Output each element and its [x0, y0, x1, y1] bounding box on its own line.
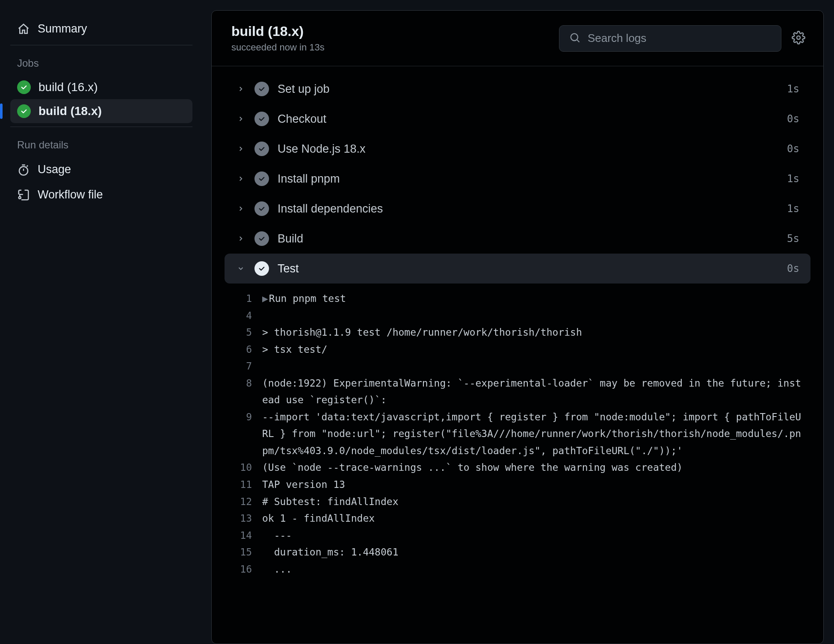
svg-point-4 [19, 196, 21, 198]
check-circle-icon [254, 261, 269, 276]
step-name: Install pnpm [278, 172, 778, 186]
sidebar-job-item[interactable]: build (16.x) [10, 75, 192, 99]
log-line-number: 4 [225, 307, 262, 325]
sidebar-detail-item[interactable]: Usage [10, 157, 192, 182]
step-duration: 1s [787, 83, 799, 95]
log-line-number: 9 [225, 409, 262, 460]
step-name: Install dependencies [278, 202, 778, 216]
step-row[interactable]: Checkout0s [225, 104, 810, 134]
log-line-number: 8 [225, 375, 262, 409]
log-line-number: 12 [225, 493, 262, 511]
step-row[interactable]: Install pnpm1s [225, 164, 810, 194]
chevron-right-icon [236, 175, 246, 183]
job-title: build (18.x) [231, 24, 325, 39]
step-duration: 5s [787, 233, 799, 245]
log-line-text [262, 358, 810, 375]
divider [10, 127, 192, 127]
job-subtitle: succeeded now in 13s [231, 42, 325, 53]
log-line-number: 10 [225, 459, 262, 476]
log-line: 11TAP version 13 [225, 476, 810, 493]
job-header: build (18.x) succeeded now in 13s [212, 11, 823, 66]
workflow-icon [17, 189, 30, 201]
step-row[interactable]: Test0s [225, 254, 810, 284]
log-line-text: > thorish@1.1.9 test /home/runner/work/t… [262, 324, 810, 341]
sidebar-details-heading: Run details [10, 135, 192, 157]
settings-button[interactable] [792, 31, 805, 46]
chevron-right-icon [236, 145, 246, 153]
sidebar-job-label: build (16.x) [38, 80, 98, 94]
step-name: Use Node.js 18.x [278, 142, 778, 156]
chevron-right-icon [236, 205, 246, 213]
search-logs[interactable] [559, 25, 781, 52]
sidebar-summary[interactable]: Summary [10, 16, 192, 41]
log-line: 16 ... [225, 561, 810, 578]
step-row[interactable]: Build5s [225, 224, 810, 254]
step-name: Set up job [278, 83, 778, 96]
log-line-text: (node:1922) ExperimentalWarning: `--expe… [262, 375, 810, 409]
step-name: Test [278, 262, 778, 275]
log-line-number: 16 [225, 561, 262, 578]
sidebar-job-item[interactable]: build (18.x) [10, 99, 192, 123]
sidebar-summary-label: Summary [38, 22, 87, 35]
log-line-number: 14 [225, 527, 262, 544]
stopwatch-icon [17, 163, 30, 176]
log-line: 14 --- [225, 527, 810, 544]
log-line-text: TAP version 13 [262, 476, 810, 493]
home-icon [17, 23, 30, 35]
check-circle-icon [254, 231, 269, 246]
step-duration: 0s [787, 113, 799, 125]
step-duration: 0s [787, 143, 799, 155]
svg-line-6 [577, 40, 579, 42]
sidebar-detail-label: Workflow file [38, 188, 103, 201]
log-line-text: > tsx test/ [262, 341, 810, 358]
log-line-text: ok 1 - findAllIndex [262, 510, 810, 527]
check-circle-icon [254, 171, 269, 186]
log-line-text: # Subtest: findAllIndex [262, 493, 810, 511]
log-line-text: ▶Run pnpm test [262, 290, 810, 307]
log-line-text [262, 307, 810, 325]
chevron-right-icon [236, 235, 246, 242]
step-row[interactable]: Use Node.js 18.x0s [225, 134, 810, 164]
step-name: Checkout [278, 112, 778, 126]
check-circle-icon [254, 201, 269, 216]
log-line-number: 5 [225, 324, 262, 341]
caret-right-icon[interactable]: ▶ [262, 293, 268, 304]
step-name: Build [278, 232, 778, 245]
chevron-right-icon [236, 115, 246, 123]
log-line: 10(Use `node --trace-warnings ...` to sh… [225, 459, 810, 476]
log-line-text: --import 'data:text/javascript,import { … [262, 409, 810, 460]
log-line-number: 6 [225, 341, 262, 358]
log-line: 13ok 1 - findAllIndex [225, 510, 810, 527]
step-duration: 1s [787, 203, 799, 215]
step-row[interactable]: Install dependencies1s [225, 194, 810, 224]
log-line-number: 7 [225, 358, 262, 375]
log-line: 15 duration_ms: 1.448061 [225, 544, 810, 561]
check-circle-icon [254, 142, 269, 156]
log-line: 7 [225, 358, 810, 375]
log-line-number: 13 [225, 510, 262, 527]
gear-icon [792, 38, 805, 46]
step-duration: 1s [787, 173, 799, 185]
log-line-text: ... [262, 561, 810, 578]
log-line: 6> tsx test/ [225, 341, 810, 358]
sidebar-detail-label: Usage [38, 163, 71, 176]
check-circle-icon [17, 80, 31, 94]
log-line: 1▶Run pnpm test [225, 290, 810, 307]
svg-point-5 [571, 33, 578, 40]
sidebar-jobs-heading: Jobs [10, 53, 192, 75]
chevron-right-icon [236, 85, 246, 93]
search-input[interactable] [588, 32, 772, 45]
log-line-text: (Use `node --trace-warnings ...` to show… [262, 459, 810, 476]
sidebar-job-label: build (18.x) [38, 104, 102, 118]
log-line-number: 1 [225, 290, 262, 307]
sidebar-detail-item[interactable]: Workflow file [10, 182, 192, 207]
check-circle-icon [17, 104, 31, 118]
log-line-text: --- [262, 527, 810, 544]
log-line: 9--import 'data:text/javascript,import {… [225, 409, 810, 460]
svg-line-3 [27, 165, 28, 167]
log-line: 5> thorish@1.1.9 test /home/runner/work/… [225, 324, 810, 341]
log-line: 8(node:1922) ExperimentalWarning: `--exp… [225, 375, 810, 409]
svg-point-7 [797, 36, 800, 39]
step-row[interactable]: Set up job1s [225, 74, 810, 104]
sidebar: Summary Jobs build (16.x)build (18.x) Ru… [0, 0, 201, 644]
